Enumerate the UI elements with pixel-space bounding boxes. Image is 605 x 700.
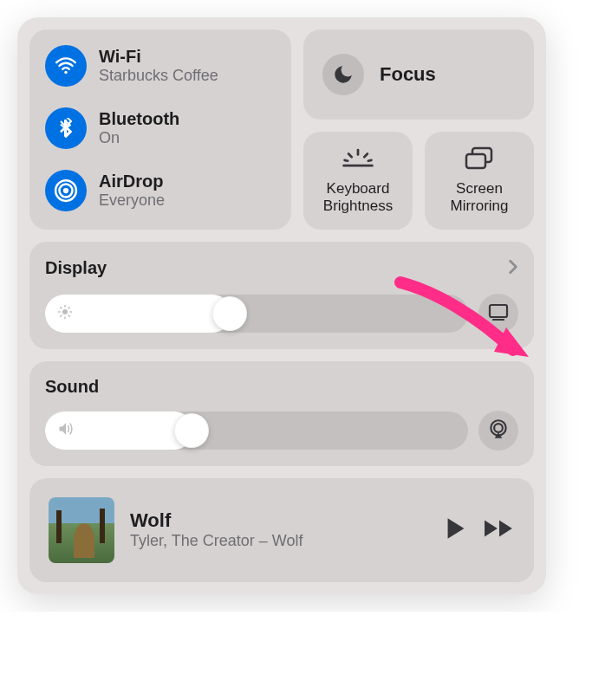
airplay-icon	[487, 418, 510, 444]
bluetooth-icon	[45, 107, 87, 149]
airdrop-status: Everyone	[99, 191, 165, 210]
svg-line-6	[348, 154, 352, 158]
svg-rect-11	[466, 154, 485, 168]
keyboard-brightness-button[interactable]: Keyboard Brightness	[303, 132, 413, 230]
svg-line-7	[364, 154, 368, 158]
screen-mirroring-icon	[462, 146, 497, 172]
svg-point-12	[62, 309, 68, 314]
fast-forward-button[interactable]	[484, 519, 515, 541]
media-title: Wolf	[130, 509, 430, 532]
speaker-icon	[57, 421, 75, 440]
svg-point-1	[63, 188, 68, 193]
svg-point-24	[494, 424, 503, 432]
airdrop-toggle[interactable]: AirDrop Everyone	[45, 170, 276, 211]
svg-line-9	[368, 160, 372, 161]
moon-icon	[322, 54, 364, 95]
screen-mirroring-label: Screen Mirroring	[432, 180, 527, 216]
bluetooth-toggle[interactable]: Bluetooth On	[45, 107, 276, 149]
focus-button[interactable]: Focus	[303, 29, 534, 120]
sound-card: Sound	[29, 361, 534, 466]
airdrop-label: AirDrop	[99, 172, 165, 191]
keyboard-brightness-label: Keyboard Brightness	[310, 180, 406, 216]
bluetooth-label: Bluetooth	[99, 109, 179, 129]
screen-mirroring-button[interactable]: Screen Mirroring	[425, 132, 534, 230]
svg-rect-21	[490, 305, 507, 317]
display-options-button[interactable]	[478, 294, 518, 334]
bluetooth-status: On	[99, 129, 179, 147]
display-label: Display	[45, 258, 107, 278]
focus-label: Focus	[380, 63, 436, 86]
album-art	[49, 497, 114, 563]
svg-line-20	[68, 308, 69, 308]
media-subtitle: Tyler, The Creator – Wolf	[130, 532, 430, 550]
display-card: Display	[29, 242, 534, 349]
svg-line-8	[345, 160, 348, 161]
svg-point-0	[64, 71, 67, 74]
now-playing-card[interactable]: Wolf Tyler, The Creator – Wolf	[29, 478, 534, 582]
svg-line-17	[61, 308, 62, 308]
sound-label: Sound	[45, 377, 99, 397]
keyboard-brightness-icon	[341, 146, 375, 172]
airdrop-icon	[45, 170, 87, 211]
play-button[interactable]	[446, 517, 466, 543]
sound-volume-slider[interactable]	[45, 412, 468, 450]
svg-line-19	[61, 315, 62, 316]
wifi-status: Starbucks Coffee	[99, 67, 218, 85]
wifi-toggle[interactable]: Wi-Fi Starbucks Coffee	[45, 45, 276, 87]
wifi-icon	[45, 45, 87, 87]
display-brightness-slider[interactable]	[45, 295, 468, 333]
airplay-audio-button[interactable]	[478, 411, 518, 450]
sun-icon	[57, 304, 73, 323]
wifi-label: Wi-Fi	[99, 47, 218, 67]
monitor-icon	[488, 303, 509, 324]
control-center-panel: Wi-Fi Starbucks Coffee Bluetooth On	[17, 17, 546, 594]
connectivity-card: Wi-Fi Starbucks Coffee Bluetooth On	[29, 29, 291, 230]
chevron-right-icon[interactable]	[508, 257, 518, 280]
svg-line-18	[68, 315, 69, 316]
